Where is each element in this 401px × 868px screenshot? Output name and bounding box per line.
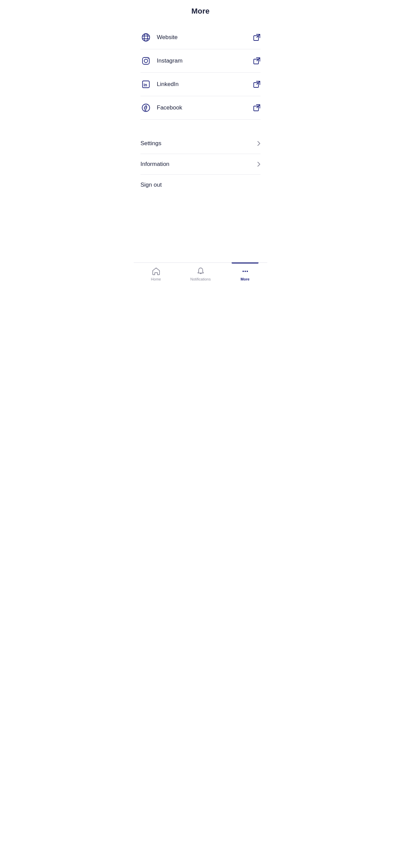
bell-icon bbox=[196, 267, 205, 276]
svg-text:in: in bbox=[144, 83, 147, 87]
content-spacer bbox=[134, 195, 267, 262]
instagram-item[interactable]: Instagram bbox=[140, 49, 261, 73]
tab-more[interactable]: More bbox=[223, 266, 267, 283]
tab-bar: Home Notifications More bbox=[134, 262, 267, 289]
instagram-label: Instagram bbox=[157, 57, 183, 64]
svg-point-8 bbox=[148, 58, 148, 59]
svg-point-7 bbox=[144, 59, 148, 63]
facebook-label: Facebook bbox=[157, 104, 182, 111]
linkedin-label: LinkedIn bbox=[157, 81, 179, 88]
tab-home[interactable]: Home bbox=[134, 266, 178, 283]
linkedin-item-left: in LinkedIn bbox=[140, 79, 179, 90]
social-links-section: Website Instagram bbox=[134, 26, 267, 120]
external-link-icon bbox=[253, 57, 261, 65]
chevron-right-icon bbox=[257, 141, 261, 146]
header: More bbox=[134, 0, 267, 19]
facebook-item-left: Facebook bbox=[140, 102, 182, 113]
facebook-item[interactable]: Facebook bbox=[140, 96, 261, 120]
more-dots-icon bbox=[241, 267, 250, 276]
external-link-icon bbox=[253, 104, 261, 112]
linkedin-icon: in bbox=[140, 79, 151, 90]
settings-label: Settings bbox=[140, 140, 161, 147]
chevron-right-icon bbox=[257, 161, 261, 167]
page-container: More Website bbox=[134, 0, 267, 289]
svg-point-1 bbox=[144, 34, 148, 41]
signout-label: Sign out bbox=[140, 182, 162, 188]
tab-notifications[interactable]: Notifications bbox=[178, 266, 223, 283]
page-title: More bbox=[140, 7, 261, 16]
tab-more-label: More bbox=[240, 277, 249, 281]
settings-section: Settings Information Sign out bbox=[134, 133, 267, 195]
svg-point-20 bbox=[247, 271, 248, 272]
instagram-icon bbox=[140, 55, 151, 66]
website-item[interactable]: Website bbox=[140, 26, 261, 49]
home-icon bbox=[152, 267, 161, 276]
instagram-item-left: Instagram bbox=[140, 55, 183, 66]
globe-icon bbox=[140, 32, 151, 43]
facebook-icon bbox=[140, 102, 151, 113]
external-link-icon bbox=[253, 34, 261, 41]
svg-point-18 bbox=[243, 271, 244, 272]
tab-home-label: Home bbox=[151, 277, 161, 281]
website-item-left: Website bbox=[140, 32, 178, 43]
information-item[interactable]: Information bbox=[140, 154, 261, 175]
settings-item[interactable]: Settings bbox=[140, 133, 261, 154]
signout-item[interactable]: Sign out bbox=[140, 175, 261, 195]
tab-notifications-label: Notifications bbox=[190, 277, 211, 281]
information-label: Information bbox=[140, 161, 169, 168]
svg-point-0 bbox=[142, 34, 150, 41]
svg-point-19 bbox=[245, 271, 246, 272]
linkedin-item[interactable]: in LinkedIn bbox=[140, 73, 261, 96]
website-label: Website bbox=[157, 34, 178, 41]
external-link-icon bbox=[253, 81, 261, 88]
